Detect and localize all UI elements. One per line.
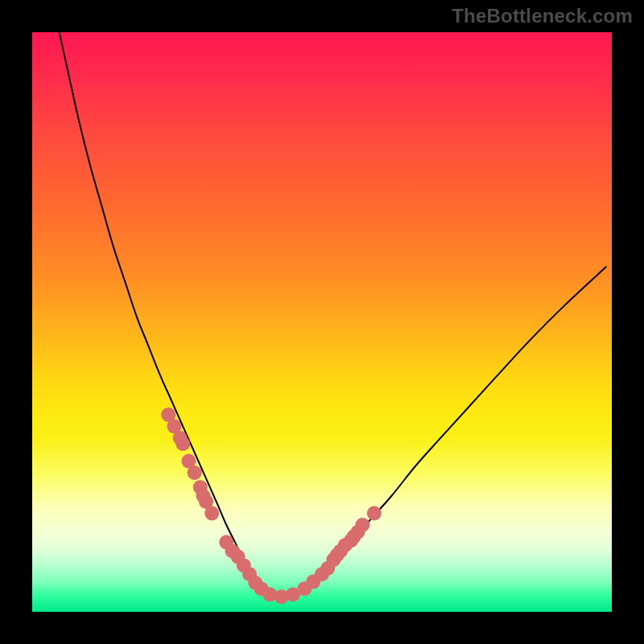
watermark-text: TheBottleneck.com [452,5,633,27]
curve-marker [355,518,369,532]
chart-frame: TheBottleneck.com [0,0,644,644]
curve-line [56,14,606,597]
curve-marker [367,506,382,521]
curve-marker [204,506,219,521]
marker-cluster [161,407,382,604]
plot-area [32,32,612,612]
curve-marker [188,465,202,480]
bottleneck-curve [32,32,612,612]
curve-marker [175,436,190,451]
